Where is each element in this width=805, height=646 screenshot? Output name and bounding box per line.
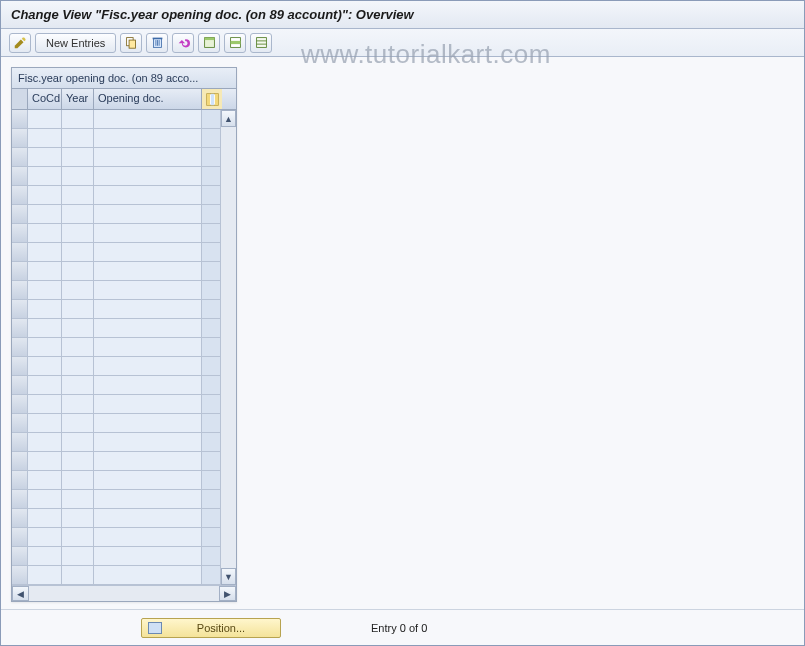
row-selector-cell[interactable]	[12, 110, 28, 128]
cell-opening-doc[interactable]	[94, 414, 202, 432]
cell-year[interactable]	[62, 490, 94, 508]
cell-cocd[interactable]	[28, 566, 62, 584]
cell-opening-doc[interactable]	[94, 357, 202, 375]
vertical-scrollbar[interactable]: ▲ ▼	[220, 110, 236, 585]
table-row[interactable]	[12, 129, 220, 148]
cell-year[interactable]	[62, 338, 94, 356]
table-row[interactable]	[12, 281, 220, 300]
cell-cocd[interactable]	[28, 243, 62, 261]
cell-year[interactable]	[62, 452, 94, 470]
cell-year[interactable]	[62, 262, 94, 280]
toggle-display-change-button[interactable]	[9, 33, 31, 53]
table-row[interactable]	[12, 167, 220, 186]
cell-opening-doc[interactable]	[94, 338, 202, 356]
cell-year[interactable]	[62, 167, 94, 185]
row-selector-cell[interactable]	[12, 262, 28, 280]
table-row[interactable]	[12, 509, 220, 528]
deselect-all-button[interactable]	[250, 33, 272, 53]
table-row[interactable]	[12, 433, 220, 452]
scroll-down-button[interactable]: ▼	[221, 568, 236, 585]
configure-columns-button[interactable]	[202, 89, 222, 109]
row-selector-cell[interactable]	[12, 452, 28, 470]
cell-cocd[interactable]	[28, 300, 62, 318]
cell-year[interactable]	[62, 148, 94, 166]
row-selector-cell[interactable]	[12, 338, 28, 356]
cell-opening-doc[interactable]	[94, 148, 202, 166]
row-selector-cell[interactable]	[12, 509, 28, 527]
cell-year[interactable]	[62, 281, 94, 299]
cell-year[interactable]	[62, 433, 94, 451]
cell-opening-doc[interactable]	[94, 319, 202, 337]
cell-cocd[interactable]	[28, 528, 62, 546]
table-row[interactable]	[12, 224, 220, 243]
cell-cocd[interactable]	[28, 414, 62, 432]
cell-cocd[interactable]	[28, 471, 62, 489]
cell-cocd[interactable]	[28, 338, 62, 356]
cell-opening-doc[interactable]	[94, 566, 202, 584]
cell-opening-doc[interactable]	[94, 281, 202, 299]
table-row[interactable]	[12, 395, 220, 414]
cell-opening-doc[interactable]	[94, 129, 202, 147]
select-block-button[interactable]	[224, 33, 246, 53]
row-selector-cell[interactable]	[12, 129, 28, 147]
cell-cocd[interactable]	[28, 224, 62, 242]
table-row[interactable]	[12, 471, 220, 490]
table-row[interactable]	[12, 452, 220, 471]
copy-as-button[interactable]	[120, 33, 142, 53]
cell-year[interactable]	[62, 528, 94, 546]
cell-cocd[interactable]	[28, 452, 62, 470]
cell-opening-doc[interactable]	[94, 376, 202, 394]
cell-opening-doc[interactable]	[94, 528, 202, 546]
cell-year[interactable]	[62, 300, 94, 318]
cell-cocd[interactable]	[28, 186, 62, 204]
cell-opening-doc[interactable]	[94, 186, 202, 204]
cell-year[interactable]	[62, 376, 94, 394]
cell-cocd[interactable]	[28, 262, 62, 280]
table-row[interactable]	[12, 262, 220, 281]
table-row[interactable]	[12, 243, 220, 262]
row-selector-cell[interactable]	[12, 243, 28, 261]
cell-opening-doc[interactable]	[94, 509, 202, 527]
column-header-year[interactable]: Year	[62, 89, 94, 109]
cell-year[interactable]	[62, 243, 94, 261]
position-button[interactable]: Position...	[141, 618, 281, 638]
row-selector-cell[interactable]	[12, 300, 28, 318]
row-selector-header[interactable]	[12, 89, 28, 109]
row-selector-cell[interactable]	[12, 224, 28, 242]
cell-opening-doc[interactable]	[94, 433, 202, 451]
scroll-right-button[interactable]: ▶	[219, 586, 236, 601]
row-selector-cell[interactable]	[12, 148, 28, 166]
cell-cocd[interactable]	[28, 129, 62, 147]
table-row[interactable]	[12, 186, 220, 205]
row-selector-cell[interactable]	[12, 566, 28, 584]
cell-year[interactable]	[62, 186, 94, 204]
cell-cocd[interactable]	[28, 509, 62, 527]
cell-year[interactable]	[62, 509, 94, 527]
row-selector-cell[interactable]	[12, 471, 28, 489]
cell-year[interactable]	[62, 547, 94, 565]
row-selector-cell[interactable]	[12, 186, 28, 204]
cell-opening-doc[interactable]	[94, 110, 202, 128]
row-selector-cell[interactable]	[12, 395, 28, 413]
row-selector-cell[interactable]	[12, 167, 28, 185]
row-selector-cell[interactable]	[12, 376, 28, 394]
vertical-scroll-track[interactable]	[221, 127, 236, 568]
cell-opening-doc[interactable]	[94, 167, 202, 185]
cell-cocd[interactable]	[28, 490, 62, 508]
cell-opening-doc[interactable]	[94, 300, 202, 318]
table-row[interactable]	[12, 566, 220, 585]
cell-opening-doc[interactable]	[94, 243, 202, 261]
new-entries-button[interactable]: New Entries	[35, 33, 116, 53]
cell-cocd[interactable]	[28, 148, 62, 166]
cell-cocd[interactable]	[28, 167, 62, 185]
horizontal-scrollbar[interactable]: ◀ ▶	[12, 585, 236, 601]
cell-year[interactable]	[62, 471, 94, 489]
row-selector-cell[interactable]	[12, 281, 28, 299]
cell-opening-doc[interactable]	[94, 452, 202, 470]
cell-cocd[interactable]	[28, 433, 62, 451]
cell-year[interactable]	[62, 414, 94, 432]
cell-cocd[interactable]	[28, 205, 62, 223]
row-selector-cell[interactable]	[12, 205, 28, 223]
table-row[interactable]	[12, 376, 220, 395]
row-selector-cell[interactable]	[12, 357, 28, 375]
